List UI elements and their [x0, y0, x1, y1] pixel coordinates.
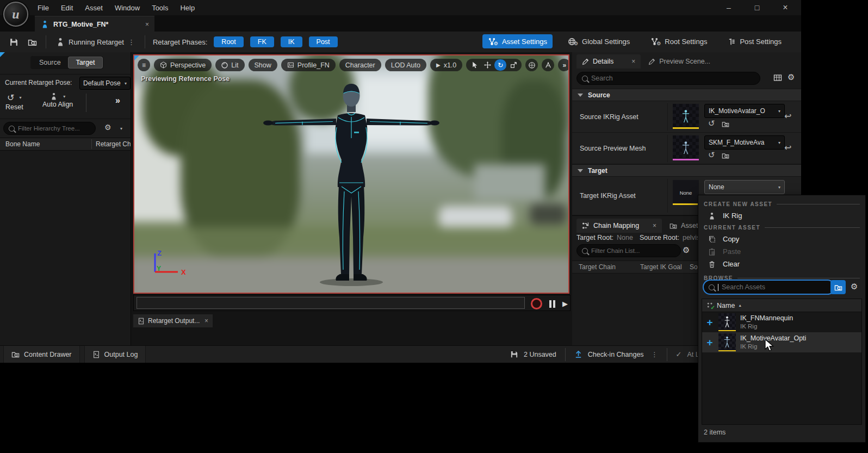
- root-settings-button[interactable]: ⚙ Root Settings: [645, 34, 712, 48]
- expand-toolbar-icon[interactable]: »: [115, 96, 120, 106]
- lod-button[interactable]: LOD Auto: [385, 59, 426, 71]
- bone-tree-empty[interactable]: [0, 151, 131, 345]
- add-icon[interactable]: +: [705, 317, 714, 328]
- phase-fk-button[interactable]: FK: [250, 36, 274, 47]
- global-settings-button[interactable]: ⚙ Global Settings: [562, 34, 635, 48]
- use-selected-asset-icon[interactable]: ↺: [708, 150, 715, 160]
- column-target-ik-goal[interactable]: Target IK Goal: [640, 263, 682, 271]
- show-button[interactable]: Show: [249, 59, 277, 71]
- minimize-icon[interactable]: –: [721, 1, 737, 14]
- target-ikrig-thumbnail[interactable]: None: [673, 180, 699, 205]
- playback-speed-button[interactable]: ▶ x1.0: [430, 59, 462, 71]
- reset-to-default-icon[interactable]: ↩: [784, 111, 791, 121]
- play-forward-icon[interactable]: ▶: [562, 300, 568, 308]
- source-ikrig-thumbnail[interactable]: [673, 104, 699, 129]
- reset-button[interactable]: ↺ ▾ Reset: [5, 92, 23, 111]
- browse-folder-button[interactable]: [830, 280, 846, 294]
- details-gear-icon[interactable]: ⚙: [788, 72, 795, 82]
- sort-ascending-icon[interactable]: ▲: [738, 303, 742, 307]
- tab-source[interactable]: Source: [32, 57, 69, 68]
- phase-root-button[interactable]: Root: [214, 36, 243, 47]
- retarget-output-tab[interactable]: Retarget Output... ×: [133, 314, 213, 327]
- menu-asset[interactable]: Asset: [79, 0, 109, 15]
- column-target-chain[interactable]: Target Chain: [579, 263, 616, 271]
- chevron-down-icon[interactable]: ▾: [120, 126, 122, 131]
- search-assets-input[interactable]: Search Assets: [703, 280, 835, 295]
- source-mesh-dropdown[interactable]: SKM_F_MotiveAva ▾: [704, 135, 785, 150]
- lit-button[interactable]: Lit: [215, 59, 244, 71]
- section-target[interactable]: Target: [572, 164, 801, 177]
- close-icon[interactable]: ×: [777, 1, 793, 14]
- auto-align-button[interactable]: ▾ Auto Align: [42, 92, 73, 108]
- maximize-icon[interactable]: □: [749, 1, 765, 14]
- asset-settings-button[interactable]: ⚙ Asset Settings: [482, 34, 553, 48]
- tab-preview-scene[interactable]: Preview Scene...: [643, 54, 716, 69]
- unsaved-label[interactable]: 2 Unsaved: [524, 351, 556, 358]
- add-icon[interactable]: +: [705, 337, 714, 349]
- profile-button[interactable]: Profile_FN: [281, 59, 336, 71]
- tab-target[interactable]: Target: [69, 57, 103, 68]
- record-icon[interactable]: [531, 298, 542, 309]
- menu-item-ik-rig[interactable]: IK Rig: [698, 209, 865, 222]
- save-button[interactable]: [5, 35, 22, 49]
- column-divider[interactable]: [91, 139, 92, 149]
- menu-edit[interactable]: Edit: [55, 0, 79, 15]
- menu-help[interactable]: Help: [174, 0, 201, 15]
- menu-item-copy[interactable]: Copy: [698, 233, 865, 245]
- viewport-menu-icon[interactable]: ≡: [138, 59, 150, 71]
- chevron-down-icon[interactable]: ▾: [20, 95, 22, 100]
- details-search-input[interactable]: Search: [576, 72, 760, 85]
- perspective-button[interactable]: Perspective: [154, 59, 212, 71]
- column-retarget-chain[interactable]: Retarget Chain: [96, 140, 129, 148]
- scale-tool-icon[interactable]: [507, 59, 519, 71]
- kebab-icon[interactable]: ⋮: [128, 38, 135, 46]
- column-bone-name[interactable]: Bone Name: [5, 140, 40, 148]
- viewport[interactable]: ≡ Perspective Lit Show Profile_FN Charac…: [133, 54, 569, 294]
- pause-icon[interactable]: [549, 300, 555, 308]
- menu-file[interactable]: File: [32, 0, 55, 15]
- hierarchy-filter-input[interactable]: Filter Hierarchy Tree...: [3, 122, 96, 135]
- chevron-down-icon[interactable]: ▾: [63, 94, 65, 99]
- rotate-tool-icon[interactable]: ↻: [494, 59, 506, 71]
- asset-row-ik-motiveavatar-opti[interactable]: + IK_MotiveAvatar_Opti IK Rig: [702, 332, 861, 352]
- chain-mapping-close-icon[interactable]: ×: [653, 222, 656, 229]
- details-close-icon[interactable]: ×: [631, 58, 635, 65]
- translate-tool-icon[interactable]: [481, 59, 493, 71]
- menu-tools[interactable]: Tools: [146, 0, 174, 15]
- browse-to-asset-icon[interactable]: [722, 152, 729, 159]
- running-retarget-button[interactable]: Running Retarget ⋮: [52, 34, 139, 50]
- phase-post-button[interactable]: Post: [309, 36, 338, 47]
- character-button[interactable]: Character: [339, 59, 381, 71]
- viewport-overflow-icon[interactable]: »: [558, 59, 569, 71]
- tab-rtg-motive-fn[interactable]: RTG_Motive_FN* ×: [35, 16, 154, 32]
- name-column-label[interactable]: Name: [717, 302, 735, 309]
- output-log-button[interactable]: Output Log: [84, 346, 146, 363]
- chain-gear-icon[interactable]: ⚙: [683, 245, 690, 255]
- tab-details[interactable]: Details ×: [576, 54, 641, 69]
- source-mesh-thumbnail[interactable]: [673, 135, 699, 160]
- browse-to-asset-icon[interactable]: [722, 120, 729, 128]
- use-selected-asset-icon[interactable]: ↺: [708, 119, 715, 128]
- kebab-icon[interactable]: ⋮: [652, 351, 658, 358]
- check-in-label[interactable]: Check-in Changes: [588, 351, 644, 358]
- content-drawer-button[interactable]: Content Drawer: [3, 346, 80, 363]
- asset-row-ik-fnmannequin[interactable]: + IK_FNMannequin IK Rig: [702, 312, 861, 332]
- column-settings-icon[interactable]: ✓: [706, 302, 714, 309]
- select-tool-icon[interactable]: [468, 59, 480, 71]
- post-settings-button[interactable]: Post Settings: [722, 35, 787, 48]
- section-source[interactable]: Source: [572, 89, 801, 101]
- filter-options-gear-icon[interactable]: ⚙: [104, 123, 111, 132]
- source-ikrig-dropdown[interactable]: IK_MotiveAvatar_O ▾: [704, 104, 785, 118]
- chain-filter-input[interactable]: Filter Chain List...: [576, 244, 681, 257]
- output-tab-close-icon[interactable]: ×: [204, 317, 208, 325]
- menu-item-paste[interactable]: Paste: [698, 245, 865, 258]
- pose-dropdown[interactable]: Default Pose ▾: [79, 77, 131, 90]
- target-ikrig-dropdown[interactable]: None ▾: [704, 180, 785, 194]
- tab-chain-mapping[interactable]: Chain Mapping ×: [576, 219, 662, 233]
- tab-close-icon[interactable]: ×: [145, 21, 149, 28]
- menu-window[interactable]: Window: [109, 0, 146, 15]
- timeline-scrubber[interactable]: [137, 297, 525, 309]
- menu-item-clear[interactable]: Clear: [698, 258, 865, 270]
- phase-ik-button[interactable]: IK: [281, 36, 302, 47]
- popup-gear-icon[interactable]: ⚙: [851, 282, 858, 291]
